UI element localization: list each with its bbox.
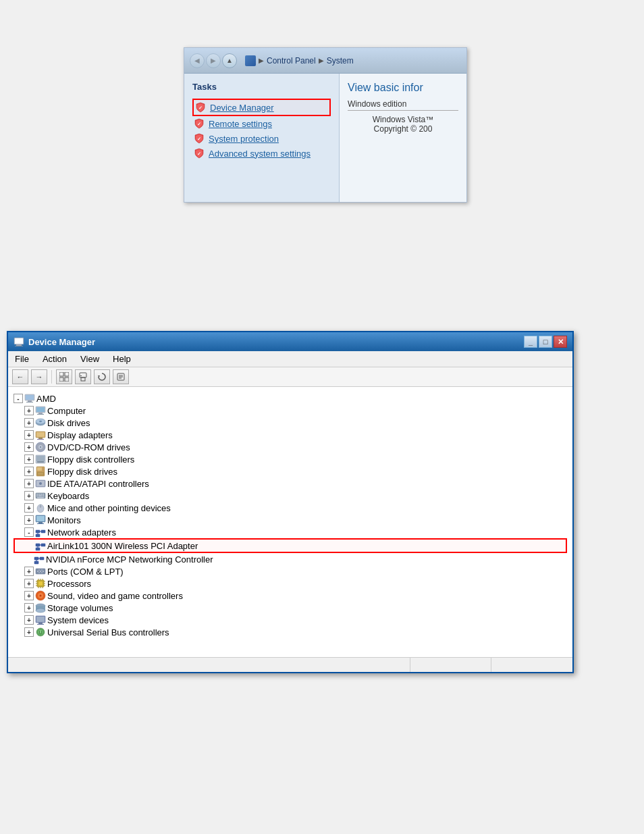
up-button[interactable]: ▲ (222, 53, 237, 68)
toolbar-print[interactable] (75, 369, 91, 384)
minimize-button[interactable]: _ (524, 336, 537, 348)
tree-sound[interactable]: + Sound, video and game controllers (14, 590, 567, 602)
tree-ports[interactable]: + Ports (COM & LPT) (14, 565, 567, 577)
tree-floppy-drives[interactable]: + Floppy disk drives (14, 465, 567, 477)
info-panel: View basic infor Windows edition Windows… (340, 74, 466, 202)
tree-nvidia-nforce[interactable]: NVIDIA nForce MCP Networking Controller (14, 553, 567, 565)
keyboards-expand[interactable]: + (24, 491, 34, 500)
toolbar-refresh[interactable] (94, 369, 110, 384)
monitors-expand[interactable]: + (24, 515, 34, 525)
ports-expand[interactable]: + (24, 567, 34, 576)
breadcrumb-system[interactable]: System (327, 56, 354, 66)
tree-usb[interactable]: + U Universal Serial Bus controllers (14, 626, 567, 638)
nvidia-icon (34, 554, 45, 565)
menu-help[interactable]: Help (110, 353, 134, 365)
info-title: View basic infor (348, 82, 458, 94)
svg-rect-62 (38, 522, 43, 523)
task-system-protection[interactable]: ✓ System protection (192, 131, 331, 146)
svg-rect-63 (37, 523, 44, 524)
tree-dvd[interactable]: + DVD/CD-ROM drives (14, 441, 567, 453)
tree-storage[interactable]: + Storage volumes (14, 602, 567, 614)
shield-icon-device-manager: ✓ (195, 102, 206, 113)
svg-point-82 (43, 571, 44, 572)
mice-expand[interactable]: + (24, 503, 34, 513)
dvd-expand[interactable]: + (24, 442, 34, 452)
toolbar-properties[interactable] (113, 369, 129, 384)
storage-label: Storage volumes (47, 603, 113, 613)
svg-rect-13 (81, 377, 85, 381)
titlebar: Device Manager _ □ ✕ (8, 332, 572, 351)
floppy-ctrl-expand[interactable]: + (24, 454, 34, 464)
svg-rect-25 (36, 407, 45, 412)
forward-button[interactable]: ▶ (206, 53, 221, 68)
status-text (8, 658, 410, 672)
processors-expand[interactable]: + (24, 579, 34, 588)
svg-rect-76 (34, 561, 38, 564)
keyboards-icon (35, 490, 46, 501)
computer-expand[interactable]: + (24, 406, 34, 415)
keyboards-label: Keyboards (47, 491, 89, 501)
network-adapters-label: Network adapters (47, 527, 116, 538)
tree-floppy-controllers[interactable]: + Floppy disk controllers (14, 453, 567, 465)
svg-rect-6 (16, 344, 22, 346)
svg-rect-40 (37, 461, 44, 463)
root-expand[interactable]: - (14, 394, 23, 403)
svg-rect-23 (26, 402, 33, 402)
toolbar-forward[interactable]: → (31, 369, 47, 384)
tasks-panel: Tasks ✓ Device Manager ✓ Remote settings (184, 74, 340, 202)
task-advanced-settings[interactable]: ✓ Advanced system settings (192, 146, 331, 161)
display-adapters-icon (35, 429, 46, 440)
svg-rect-9 (65, 372, 69, 376)
menu-view[interactable]: View (78, 353, 102, 365)
tree-ide[interactable]: + IDE ATA/ATAPI controllers (14, 477, 567, 490)
svg-text:U: U (38, 630, 42, 635)
floppy-ctrl-icon (35, 454, 46, 465)
back-button[interactable]: ◀ (190, 53, 205, 68)
device-manager-label: Device Manager (210, 103, 274, 113)
shield-icon-remote: ✓ (194, 118, 205, 129)
system-devices-label: System devices (47, 615, 109, 625)
maximize-button[interactable]: □ (539, 336, 552, 348)
tree-root[interactable]: - AMD (14, 392, 567, 405)
ide-expand[interactable]: + (24, 479, 34, 488)
tree-airlink[interactable]: AirLink101 300N Wireless PCI Adapter (14, 538, 567, 553)
toolbar-grid[interactable] (56, 369, 72, 384)
task-device-manager[interactable]: ✓ Device Manager (192, 99, 331, 116)
tree-disk-drives[interactable]: + Disk drives (14, 417, 567, 429)
svg-point-86 (41, 572, 43, 573)
task-remote-settings[interactable]: ✓ Remote settings (192, 116, 331, 131)
network-expand[interactable]: - (24, 527, 34, 537)
tree-processors[interactable]: + Processors (14, 577, 567, 590)
breadcrumb-control-panel[interactable]: Control Panel (267, 56, 316, 66)
floppy-drv-expand[interactable]: + (24, 467, 34, 476)
ports-icon (35, 566, 46, 577)
toolbar-back[interactable]: ← (12, 369, 28, 384)
ide-label: IDE ATA/ATAPI controllers (47, 479, 149, 489)
tree-system-devices[interactable]: + System devices (14, 614, 567, 626)
storage-icon (35, 602, 46, 613)
sound-expand[interactable]: + (24, 591, 34, 600)
svg-rect-56 (37, 497, 44, 498)
disk-expand[interactable]: + (24, 418, 34, 427)
svg-point-59 (40, 506, 42, 507)
close-button[interactable]: ✕ (554, 336, 567, 348)
usb-expand[interactable]: + (24, 627, 34, 637)
svg-rect-65 (41, 530, 45, 533)
system-devices-expand[interactable]: + (24, 615, 34, 625)
tree-computer[interactable]: + Computer (14, 405, 567, 417)
system-devices-icon (35, 615, 46, 625)
tree-mice[interactable]: + Mice and other pointing devices (14, 502, 567, 514)
svg-rect-26 (38, 413, 43, 414)
display-expand[interactable]: + (24, 430, 34, 440)
tree-keyboards[interactable]: + Keyboards (14, 490, 567, 502)
svg-point-80 (37, 571, 38, 572)
storage-expand[interactable]: + (24, 603, 34, 613)
menu-file[interactable]: File (12, 353, 32, 365)
advanced-settings-label: Advanced system settings (209, 149, 311, 159)
usb-label: Universal Serial Bus controllers (47, 627, 169, 637)
tree-network-adapters[interactable]: - Network adapters (14, 526, 567, 538)
tree-monitors[interactable]: + Monitors (14, 514, 567, 526)
svg-rect-53 (36, 496, 38, 497)
tree-display-adapters[interactable]: + Display adapters (14, 429, 567, 441)
menu-action[interactable]: Action (40, 353, 70, 365)
